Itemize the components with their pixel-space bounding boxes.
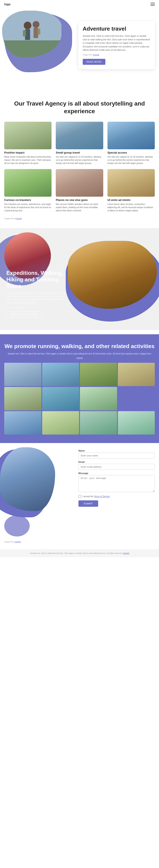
view-all-button[interactable]: VIEW ALL DESTINATIONS xyxy=(6,312,42,317)
hero-credit-link[interactable]: Freepik xyxy=(93,54,99,56)
storytelling-section: Our Travel Agency is all about storytell… xyxy=(0,89,159,224)
photo-grid-item-7 xyxy=(80,387,117,410)
menu-button[interactable] xyxy=(151,3,155,6)
contact-section: Image from Freepik Name Email Message I … xyxy=(0,443,159,549)
terms-link[interactable]: Terms of Service xyxy=(94,495,110,498)
photo-grid-item-1 xyxy=(4,363,41,386)
photo-grid-item-5 xyxy=(4,387,41,410)
svg-point-5 xyxy=(33,21,39,28)
running-section: We promote running, walking, and other r… xyxy=(0,334,159,443)
message-field: Message xyxy=(78,472,155,493)
contact-image-credit: Image from Freepik xyxy=(4,541,21,543)
terms-label: I accept the Terms of Service xyxy=(82,495,110,498)
contact-image xyxy=(0,447,55,511)
card-image-valley xyxy=(4,169,51,197)
contact-blob-small xyxy=(4,515,30,536)
photo-grid-item-12 xyxy=(118,411,155,435)
photo-grid-item-9 xyxy=(4,411,41,435)
mountain-lake-photo xyxy=(0,447,55,511)
terms-checkbox[interactable] xyxy=(78,495,81,498)
card-image-sea xyxy=(108,122,155,149)
expeditions-text: Expeditions, Walking, Hiking and Trekkin… xyxy=(6,270,66,317)
svg-rect-2 xyxy=(2,11,62,40)
contact-credit-link[interactable]: Freepik xyxy=(14,541,21,543)
card-small-group: Small group travel Our trips are capped … xyxy=(56,122,103,165)
section2-title-area: Our Travel Agency is all about storytell… xyxy=(0,89,159,122)
message-input[interactable] xyxy=(78,475,155,492)
photo-grid-item-11 xyxy=(80,411,117,435)
email-label: Email xyxy=(78,461,155,463)
expeditions-title: Expeditions, Walking, Hiking and Trekkin… xyxy=(6,270,66,290)
card-title-1: Positive impact xyxy=(4,151,51,154)
running-title: We promote running, walking, and other r… xyxy=(4,343,155,350)
terms-checkbox-row: I accept the Terms of Service xyxy=(78,495,155,498)
expeditions-credit-link[interactable]: Freepik xyxy=(17,306,24,308)
card-desc-2: Our trips are capped at 12-16 travelers,… xyxy=(56,155,103,165)
photo-grid-item-2 xyxy=(42,363,79,386)
photo-grid-item-3 xyxy=(80,363,117,386)
section2-image-credit: Images from Freepik xyxy=(0,216,159,224)
photo-grid-item-4 xyxy=(118,363,155,386)
cards-grid: Positive impact Many travel companies ta… xyxy=(0,122,159,216)
card-image-hiker xyxy=(4,122,51,149)
card-title-4: Curious co-travelers xyxy=(4,198,51,202)
header: logo xyxy=(0,0,159,8)
card-title-2: Small group travel xyxy=(56,151,103,154)
svg-rect-7 xyxy=(23,30,26,36)
footer-link[interactable]: Freepik xyxy=(123,552,129,554)
footer-text: Sample text. Click to select the text bo… xyxy=(4,552,155,555)
email-field: Email xyxy=(78,461,155,470)
expeditions-credit: Images from Freepik xyxy=(6,306,66,309)
card-desc-4: Our travelers are curious, adventurous, … xyxy=(4,203,51,212)
card-title-6: Ut enim ad minim xyxy=(108,198,155,202)
hero-section: Adventure travel Sample text. Click to s… xyxy=(0,8,159,89)
card-positive-impact: Positive impact Many travel companies ta… xyxy=(4,122,51,165)
running-description: Sample text. Click to select the text bo… xyxy=(4,352,155,355)
card-image-couple xyxy=(56,169,103,197)
read-more-button[interactable]: READ MORE xyxy=(83,59,105,65)
name-input[interactable] xyxy=(78,453,155,459)
hero-card: Adventure travel Sample text. Click to s… xyxy=(78,21,155,69)
hero-title: Adventure travel xyxy=(83,26,151,32)
card-desc-3: Our trips are capped at 12-16 travelers,… xyxy=(108,155,155,165)
card-image-mountains xyxy=(56,122,103,149)
expeditions-description: Lorem ipsum dolor sit amet, consectetur … xyxy=(6,291,66,304)
card-enim: Ut enim ad minim Lorem ipsum dolor sit a… xyxy=(108,169,155,212)
logo: logo xyxy=(4,3,11,6)
card-title-3: Special access xyxy=(108,151,155,154)
svg-point-3 xyxy=(24,22,31,29)
photo-grid-item-6 xyxy=(42,387,79,410)
card-image-canyon xyxy=(108,169,155,197)
photo-grid xyxy=(4,363,155,435)
running-credit-link[interactable]: Freepik xyxy=(76,357,83,359)
section2-credit-link[interactable]: Freepik xyxy=(15,217,22,220)
name-label: Name xyxy=(78,450,155,452)
photo-grid-item-10 xyxy=(42,411,79,435)
card-desc-6: Lorem ipsum dolor sit amet, consectetur … xyxy=(108,203,155,212)
name-field: Name xyxy=(78,450,155,459)
svg-rect-6 xyxy=(34,28,38,38)
card-title-5: Places no one else goes xyxy=(56,198,103,202)
footer: Sample text. Click to select the text bo… xyxy=(0,549,159,557)
email-input[interactable] xyxy=(78,464,155,470)
card-places: Places no one else goes We uncover hidde… xyxy=(56,169,103,212)
svg-rect-8 xyxy=(38,29,40,35)
hero-description: Sample text. Click to select the text bo… xyxy=(83,34,151,52)
expeditions-section: Expeditions, Walking, Hiking and Trekkin… xyxy=(0,228,159,330)
contact-form-area: Name Email Message I accept the Terms of… xyxy=(78,450,155,507)
section2-title: Our Travel Agency is all about storytell… xyxy=(6,100,153,115)
message-label: Message xyxy=(78,472,155,474)
card-co-travelers: Curious co-travelers Our travelers are c… xyxy=(4,169,51,212)
card-desc-5: We uncover hidden wonders where you leas… xyxy=(56,203,103,212)
card-special-access: Special access Our trips are capped at 1… xyxy=(108,122,155,165)
running-credit: Freepik xyxy=(4,356,155,359)
photo-grid-item-8 xyxy=(118,387,155,410)
hero-image-credit: Image from Freepik xyxy=(83,54,151,57)
card-desc-1: Many travel companies talk about minimiz… xyxy=(4,155,51,165)
submit-button[interactable]: SUBMIT xyxy=(78,500,98,507)
